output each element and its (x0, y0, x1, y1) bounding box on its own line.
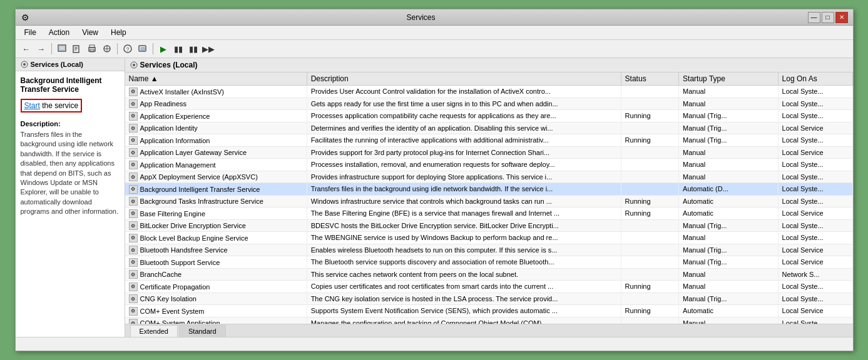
stop-service-button[interactable]: ▮▮ (171, 42, 185, 56)
menu-view[interactable]: View (77, 27, 103, 38)
table-row[interactable]: ⚙BitLocker Drive Encryption ServiceBDESV… (125, 219, 853, 232)
table-row[interactable]: ⚙COM+ System ApplicationManages the conf… (125, 317, 853, 324)
table-row[interactable]: ⚙AppX Deployment Service (AppXSVC)Provid… (125, 171, 853, 183)
pause-service-button[interactable]: ▮▮ (186, 42, 200, 56)
minimize-button[interactable]: — (808, 12, 820, 23)
restart-service-button[interactable]: ▶▶ (202, 42, 215, 56)
table-row[interactable]: ⚙Application IdentityDetermines and veri… (125, 122, 853, 134)
service-name-cell: ⚙CNG Key Isolation (125, 292, 307, 305)
table-row[interactable]: ⚙App ReadinessGets apps ready for use th… (125, 98, 853, 110)
service-status-cell (621, 122, 678, 134)
services-table-container[interactable]: Name ▲ Description Status Startup Type L… (125, 72, 853, 324)
table-row[interactable]: ⚙Application ManagementProcesses install… (125, 159, 853, 171)
service-logon-cell: Local Syste... (778, 98, 852, 110)
service-startup-cell: Manual (Trig... (679, 122, 779, 134)
table-row[interactable]: ⚙Block Level Backup Engine ServiceThe WB… (125, 232, 853, 244)
close-button[interactable]: ✕ (835, 12, 848, 23)
selected-service-name: Background Intelligent Transfer Service (21, 76, 120, 94)
service-icon: ⚙ (129, 185, 138, 194)
service-desc-cell: Processes installation, removal, and enu… (307, 159, 621, 171)
service-icon: ⚙ (129, 246, 138, 254)
service-icon: ⚙ (129, 99, 138, 108)
table-row[interactable]: ⚙Bluetooth Support ServiceThe Bluetooth … (125, 256, 853, 269)
col-description[interactable]: Description (307, 72, 621, 86)
service-icon: ⚙ (129, 307, 138, 316)
menu-action[interactable]: Action (44, 27, 74, 38)
service-name-cell: ⚙Background Tasks Infrastructure Service (125, 195, 307, 208)
menu-file[interactable]: File (19, 27, 41, 38)
separator-2 (117, 43, 118, 54)
col-log-on-as[interactable]: Log On As (778, 72, 852, 86)
table-row[interactable]: ⚙CNG Key IsolationThe CNG key isolation … (125, 292, 853, 305)
services-table: Name ▲ Description Status Startup Type L… (125, 72, 853, 324)
service-status-cell: Running (621, 134, 678, 147)
table-row[interactable]: ⚙BranchCacheThis service caches network … (125, 268, 853, 281)
service-logon-cell: Local Syste... (778, 171, 852, 183)
col-name[interactable]: Name ▲ (125, 72, 307, 86)
forward-button[interactable]: → (34, 42, 48, 56)
service-icon: ⚙ (129, 148, 138, 157)
service-logon-cell: Local Syste... (778, 183, 852, 196)
view-button[interactable] (100, 42, 114, 56)
svg-rect-1 (59, 46, 64, 50)
service-status-cell (621, 146, 678, 159)
service-icon: ⚙ (129, 136, 138, 145)
print-button[interactable] (85, 42, 99, 56)
table-row[interactable]: ⚙ActiveX Installer (AxInstSV)Provides Us… (125, 86, 853, 98)
service-startup-cell: Manual (679, 146, 779, 159)
service-status-cell (621, 86, 678, 98)
service-logon-cell: Local Service (778, 146, 852, 159)
table-row[interactable]: ⚙Bluetooth Handsfree ServiceEnables wire… (125, 244, 853, 256)
service-startup-cell: Manual (Trig... (679, 244, 779, 256)
service-status-cell: Running (621, 110, 678, 122)
start-service-link[interactable]: Start (24, 101, 40, 110)
service-logon-cell: Local Service (778, 256, 852, 269)
service-icon: ⚙ (129, 124, 138, 132)
mmc-button[interactable] (136, 42, 150, 56)
maximize-button[interactable]: □ (822, 12, 834, 23)
properties-button[interactable] (70, 42, 84, 56)
window-title: Services (34, 13, 808, 22)
tab-standard[interactable]: Standard (179, 325, 226, 337)
service-icon: ⚙ (129, 209, 138, 218)
service-status-cell: Running (621, 208, 678, 220)
table-row[interactable]: ⚙Application InformationFacilitates the … (125, 134, 853, 147)
col-status[interactable]: Status (621, 72, 678, 86)
service-desc-cell: Provides User Account Control validation… (307, 86, 621, 98)
table-row[interactable]: ⚙COM+ Event SystemSupports System Event … (125, 305, 853, 318)
service-icon: ⚙ (129, 197, 138, 206)
service-icon: ⚙ (129, 112, 138, 121)
service-name-cell: ⚙Application Information (125, 134, 307, 147)
start-service-button[interactable]: ▶ (156, 42, 170, 56)
service-logon-cell: Local Service (778, 305, 852, 318)
help-button[interactable]: ? (121, 42, 135, 56)
show-console-button[interactable] (55, 42, 69, 56)
service-desc-cell: The CNG key isolation service is hosted … (307, 292, 621, 305)
service-icon: ⚙ (129, 234, 138, 242)
left-panel-header: Services (Local) (16, 58, 125, 71)
service-status-cell (621, 219, 678, 232)
table-row[interactable]: ⚙Certificate PropagationCopies user cert… (125, 281, 853, 293)
service-logon-cell: Local Service (778, 122, 852, 134)
service-status-cell (621, 317, 678, 324)
back-button[interactable]: ← (19, 42, 33, 56)
table-row[interactable]: ⚙Background Tasks Infrastructure Service… (125, 195, 853, 208)
tab-extended[interactable]: Extended (130, 325, 178, 337)
status-bar (16, 337, 853, 351)
service-logon-cell: Local Syste... (778, 110, 852, 122)
service-name-cell: ⚙Application Identity (125, 122, 307, 134)
table-row[interactable]: ⚙Background Intelligent Transfer Service… (125, 183, 853, 196)
service-startup-cell: Manual (679, 281, 779, 293)
service-name-cell: ⚙BitLocker Drive Encryption Service (125, 219, 307, 232)
service-logon-cell: Local Syste... (778, 86, 852, 98)
table-row[interactable]: ⚙Base Filtering EngineThe Base Filtering… (125, 208, 853, 220)
table-row[interactable]: ⚙Application Layer Gateway ServiceProvid… (125, 146, 853, 159)
table-row[interactable]: ⚙Application ExperienceProcesses applica… (125, 110, 853, 122)
service-name-cell: ⚙Bluetooth Handsfree Service (125, 244, 307, 256)
col-startup-type[interactable]: Startup Type (679, 72, 779, 86)
menu-help[interactable]: Help (106, 27, 131, 38)
right-panel: Services (Local) Name ▲ Description Stat… (125, 58, 853, 337)
service-logon-cell: Local Syste... (778, 292, 852, 305)
service-desc-cell: Transfers files in the background using … (307, 183, 621, 196)
service-logon-cell: Local Syste... (778, 219, 852, 232)
